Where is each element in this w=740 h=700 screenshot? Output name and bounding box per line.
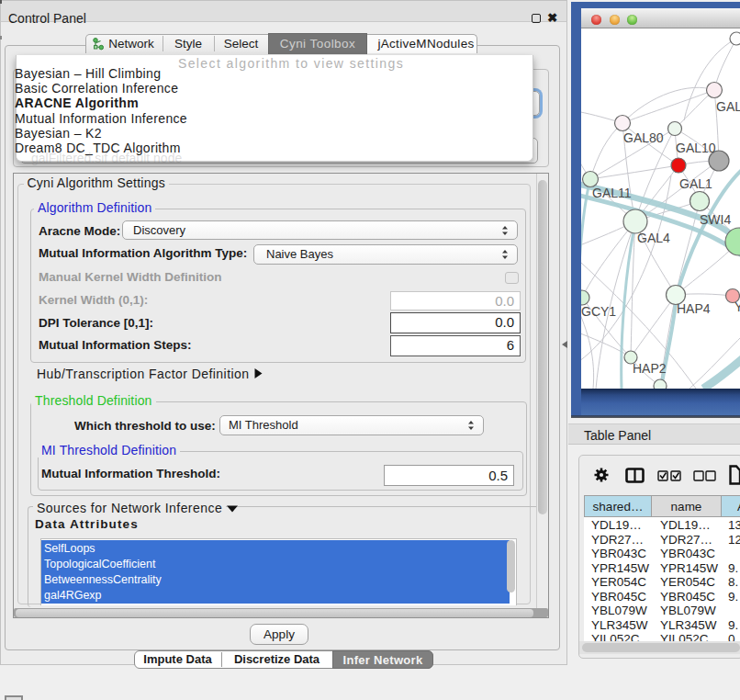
svg-text:GAL4: GAL4: [637, 231, 670, 245]
svg-text:GAL: GAL: [716, 99, 740, 114]
svg-text:GAL10: GAL10: [676, 141, 716, 155]
svg-text:GAL1: GAL1: [679, 176, 712, 191]
svg-text:GAL11: GAL11: [592, 186, 632, 200]
svg-text:HAP2: HAP2: [633, 361, 667, 376]
svg-text:HAP4: HAP4: [677, 301, 711, 316]
svg-text:GCY1: GCY1: [581, 304, 616, 319]
svg-text:SWI4: SWI4: [700, 212, 731, 227]
svg-text:Y: Y: [734, 299, 740, 314]
svg-text:GAL80: GAL80: [623, 130, 664, 145]
